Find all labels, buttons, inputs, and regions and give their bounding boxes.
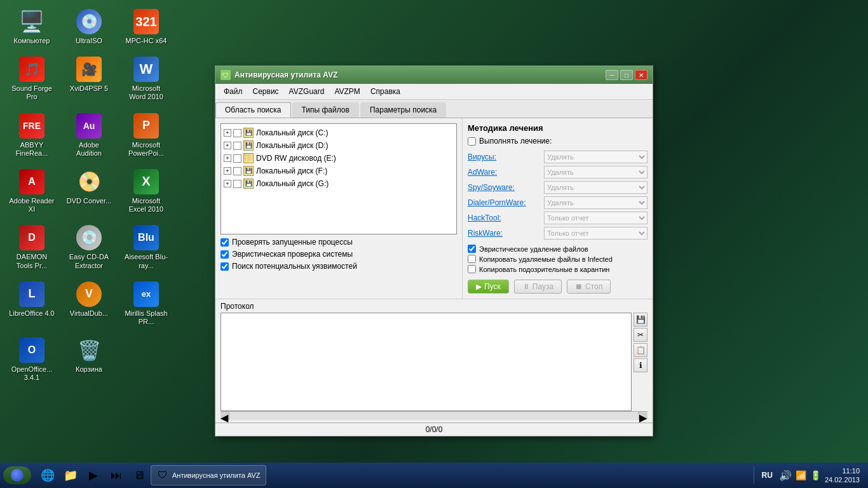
start-button[interactable]: ▶ Пуск <box>468 280 509 294</box>
treat-select-spy[interactable]: Удалять <box>544 181 648 194</box>
icon-mirillis[interactable]: ex Mirillis Splash PR... <box>121 279 172 329</box>
taskbar-screen[interactable]: 🖥 <box>128 465 151 485</box>
hscroll-left[interactable]: ◀ <box>220 412 229 420</box>
maximize-button[interactable]: □ <box>620 70 633 80</box>
disk-list[interactable]: + 💾 Локальный диск (C:) + 💾 Локальный ди… <box>220 123 457 234</box>
tab-search-area[interactable]: Область поиска <box>215 102 291 118</box>
option-processes-check[interactable] <box>220 238 229 247</box>
treat-link-riskware[interactable]: RiskWare: <box>468 229 544 238</box>
treat-link-dialer[interactable]: Dialer/PornWare: <box>468 198 544 207</box>
treat-link-spy[interactable]: Spy/Spyware: <box>468 183 544 192</box>
disk-c[interactable]: + 💾 Локальный диск (C:) <box>224 126 454 139</box>
disk-d-expand[interactable]: + <box>224 142 231 149</box>
clock-date: 24.02.2013 <box>825 475 860 484</box>
avz-taskbar-icon: 🛡 <box>156 469 169 482</box>
proto-save-btn[interactable]: 💾 <box>634 313 648 327</box>
disk-f-check[interactable] <box>233 167 241 175</box>
heur-check-2-input[interactable] <box>468 255 476 263</box>
disk-c-check[interactable] <box>233 129 241 137</box>
stop-label: Стоп <box>585 282 602 291</box>
pause-button[interactable]: ⏸ Пауза <box>514 280 562 294</box>
taskbar-media[interactable]: ▶ <box>82 465 105 485</box>
heur-check-3-input[interactable] <box>468 265 476 273</box>
lang-indicator[interactable]: RU <box>759 470 775 481</box>
treat-select-riskware[interactable]: Только отчет <box>544 227 648 240</box>
icon-ppoint[interactable]: P Microsoft PowerPoi... <box>121 111 172 160</box>
disk-f-label: Локальный диск (F:) <box>256 166 327 175</box>
start-button-taskbar[interactable] <box>3 466 31 484</box>
protocol-area: 💾 ✂ 📋 ℹ <box>220 313 648 411</box>
icon-mpc[interactable]: 321 MPC-HC x64 <box>121 6 172 48</box>
explorer-icon: 📁 <box>64 469 77 482</box>
icon-libreoffice[interactable]: L LibreOffice 4.0 <box>6 279 57 329</box>
treat-select-virus[interactable]: Удалять <box>544 151 648 163</box>
option-heuristic-check[interactable] <box>220 250 229 259</box>
avz-titlebar: 🛡 Антивирусная утилита AVZ ─ □ ✕ <box>215 66 653 84</box>
menu-avzpm[interactable]: AVZPM <box>329 86 365 97</box>
taskbar-skip[interactable]: ⏭ <box>105 465 128 485</box>
tab-search-params[interactable]: Параметры поиска <box>360 102 446 118</box>
icon-aiseesoft[interactable]: Blu Aiseesoft Blu-ray... <box>121 222 172 272</box>
perform-treatment-check[interactable] <box>468 137 476 146</box>
disk-e[interactable]: + 📀 DVD RW дисковод (E:) <box>224 152 454 165</box>
avz-window-icon: 🛡 <box>220 70 231 80</box>
heur-check-3-label: Копировать подозрительные в карантин <box>479 266 609 273</box>
disk-e-check[interactable] <box>233 154 241 163</box>
menu-help[interactable]: Справка <box>365 86 405 97</box>
icon-xvid[interactable]: 🎥 XviD4PSP 5 <box>64 54 114 104</box>
icon-easycd[interactable]: 💿 Easy CD-DA Extractor <box>64 222 114 272</box>
icon-trash[interactable]: 🗑️ Корзина <box>64 335 114 384</box>
disk-g-check[interactable] <box>233 180 241 188</box>
treat-select-hacktool[interactable]: Только отчет <box>544 212 648 224</box>
treat-link-virus[interactable]: Вирусы: <box>468 152 544 161</box>
icon-word[interactable]: W Microsoft Word 2010 <box>121 54 172 104</box>
ie-icon: 🌐 <box>41 469 54 482</box>
icon-computer[interactable]: 🖥️ Компьютер <box>6 6 57 48</box>
disk-g-expand[interactable]: + <box>224 180 231 187</box>
icon-ultraiso[interactable]: 💿 UltraISO <box>64 6 114 48</box>
disk-d-check[interactable] <box>233 142 241 150</box>
tab-file-types[interactable]: Типы файлов <box>292 102 359 118</box>
disk-c-expand[interactable]: + <box>224 129 231 137</box>
proto-scissors-btn[interactable]: ✂ <box>634 328 648 342</box>
minimize-button[interactable]: ─ <box>606 70 618 80</box>
menu-avzguard[interactable]: AVZGuard <box>284 86 330 97</box>
disk-f-expand[interactable]: + <box>224 167 231 175</box>
icon-dvd[interactable]: 📀 DVD Conver... <box>64 166 114 216</box>
icon-acrobat[interactable]: A Adobe Reader XI <box>6 166 57 216</box>
icon-abbyy[interactable]: FRE ABBYY FineRea... <box>6 111 57 160</box>
disk-d[interactable]: + 💾 Локальный диск (D:) <box>224 139 454 152</box>
treat-select-adware[interactable]: Удалять <box>544 166 648 179</box>
option-vuln-check[interactable] <box>220 262 229 271</box>
icon-excel[interactable]: X Microsoft Excel 2010 <box>121 166 172 216</box>
icon-audition[interactable]: Au Adobe Audition <box>64 111 114 160</box>
treat-select-dialer[interactable]: Удалять <box>544 196 648 209</box>
hscroll-right[interactable]: ▶ <box>639 412 648 420</box>
taskbar-explorer[interactable]: 📁 <box>59 465 82 485</box>
taskbar-ie[interactable]: 🌐 <box>36 465 59 485</box>
disk-g[interactable]: + 💾 Локальный диск (G:) <box>224 177 454 190</box>
action-buttons: ▶ Пуск ⏸ Пауза ⏹ Стоп <box>468 280 648 294</box>
disk-f[interactable]: + 💾 Локальный диск (F:) <box>224 165 454 177</box>
icon-soundforge[interactable]: 🎵 Sound Forge Pro <box>6 54 57 104</box>
icon-openoffice[interactable]: O OpenOffice... 3.4.1 <box>6 335 57 384</box>
close-button[interactable]: ✕ <box>635 70 648 80</box>
menu-file[interactable]: Файл <box>219 86 248 97</box>
treat-link-adware[interactable]: AdWare: <box>468 168 544 177</box>
protocol-hscrollbar[interactable]: ◀ ▶ <box>220 411 648 420</box>
heur-check-1-input[interactable] <box>468 245 476 253</box>
icon-virtualdub[interactable]: V VirtualDub... <box>64 279 114 329</box>
menu-service[interactable]: Сервис <box>248 86 284 97</box>
hscroll-track[interactable] <box>229 412 639 420</box>
battery-icon: 🔋 <box>810 470 821 480</box>
taskbar-avz[interactable]: 🛡 Антивирусная утилита AVZ <box>151 465 266 485</box>
disk-e-expand[interactable]: + <box>224 154 231 162</box>
stop-button[interactable]: ⏹ Стоп <box>567 280 611 294</box>
treat-link-hacktool[interactable]: HackTool: <box>468 214 544 222</box>
avz-status-text: 0/0/0 <box>426 425 443 434</box>
start-label: Пуск <box>484 282 501 291</box>
proto-info-btn[interactable]: ℹ <box>634 358 648 372</box>
proto-copy-btn[interactable]: 📋 <box>634 343 648 357</box>
protocol-text-area[interactable] <box>220 313 632 411</box>
icon-daemon[interactable]: D DAEMON Tools Pr... <box>6 222 57 272</box>
